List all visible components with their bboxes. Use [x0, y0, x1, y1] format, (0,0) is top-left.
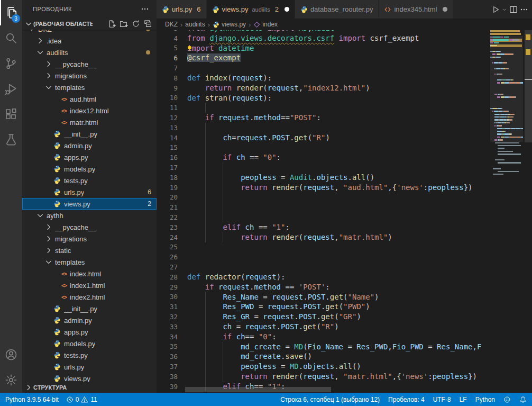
workspace-section-header[interactable]: (РАБОЧАЯ ОБЛАСТЬ) ... [22, 18, 157, 30]
status-language[interactable]: Python [475, 396, 495, 403]
breadcrumb-item-index[interactable]: index [253, 21, 278, 28]
python-interpreter[interactable]: Python 3.9.5 64-bit [5, 396, 59, 403]
code-line-37[interactable]: 37 peopless = MD.objects.all() [157, 362, 490, 372]
status-indentation[interactable]: Пробелов: 4 [388, 396, 425, 403]
more-icon[interactable] [519, 5, 529, 14]
activity-item-run-debug[interactable] [0, 76, 22, 102]
tree-item-aythh[interactable]: aythh [22, 210, 157, 221]
activity-item-account[interactable] [0, 342, 22, 367]
tree-item-admin.py[interactable]: admin.py [22, 140, 157, 151]
tree-item-admin.py[interactable]: admin.py [22, 314, 157, 326]
code-line-27[interactable]: 27 [157, 262, 490, 272]
code-line-6[interactable]: 6@csrf_exempt [157, 53, 490, 63]
code-line-25[interactable]: 25 [157, 242, 490, 252]
problems-indicator[interactable]: 0 11 [66, 396, 97, 403]
tree-item-.idea[interactable]: .idea [22, 35, 157, 47]
tree-item-index12.html[interactable]: <>index12.html [22, 105, 157, 116]
outline-section-header[interactable]: СТРУКТУРА [22, 382, 157, 393]
tree-item-apps.py[interactable]: apps.py [22, 151, 157, 163]
tree-item-urls.py[interactable]: urls.py [22, 361, 157, 373]
code-line-5[interactable]: 5import datetime [157, 43, 490, 53]
code-line-10[interactable]: 10def stran(request): [157, 93, 490, 103]
tree-item-__init__.py[interactable]: __init__.py [22, 303, 157, 314]
breadcrumb-item-views.py[interactable]: views.py [213, 21, 246, 28]
tree-item-__pycache__[interactable]: __pycache__ [22, 58, 157, 70]
code-line-13[interactable]: 13 [157, 123, 490, 133]
code-line-16[interactable]: 16 if ch == "0": [157, 152, 490, 163]
code-line-30[interactable]: 30 Res_Name = request.POST.get("Name") [157, 292, 490, 302]
status-eol[interactable]: LF [460, 396, 467, 403]
lightbulb-icon[interactable] [186, 44, 193, 52]
tab-views.py[interactable]: views.pyaudiiits2 [207, 0, 295, 19]
activity-item-settings[interactable] [0, 367, 22, 393]
activity-item-search[interactable] [0, 25, 22, 51]
status-bell[interactable] [519, 396, 527, 403]
activity-item-source-control[interactable] [0, 51, 22, 76]
code-line-35[interactable]: 35 md_create = MD(Fio_Name = Res_PWD,Fio… [157, 342, 490, 352]
code-line-20[interactable]: 20 [157, 193, 490, 203]
activity-item-testing[interactable] [0, 127, 22, 152]
minimap[interactable] [490, 30, 523, 393]
new-file-icon[interactable] [107, 20, 116, 28]
code-line-14[interactable]: 14 ch=request.POST.get("R") [157, 133, 490, 143]
collapse-all-icon[interactable] [144, 20, 152, 28]
horizontal-scrollbar-thumb[interactable] [185, 387, 331, 392]
tree-item-__init__.py[interactable]: __init__.py [22, 128, 157, 140]
refresh-icon[interactable] [132, 20, 140, 28]
code-line-38[interactable]: 38 return render(request, "matr.html",{'… [157, 372, 490, 382]
status-feedback[interactable] [503, 396, 511, 403]
tree-item-views.py[interactable]: views.py [22, 373, 157, 382]
status-selection[interactable]: Строка 6, столбец 1 (выбрано 12) [280, 396, 380, 403]
dirty-indicator[interactable] [285, 7, 289, 12]
tree-item-models.py[interactable]: models.py [22, 338, 157, 349]
code-line-18[interactable]: 18 peopless = Audit.objects.all() [157, 173, 490, 183]
code-line-21[interactable]: 21 [157, 202, 490, 212]
split-editor-icon[interactable] [509, 5, 518, 14]
tree-item-apps.py[interactable]: apps.py [22, 326, 157, 338]
breadcrumb-item-DKZ[interactable]: DKZ [165, 21, 178, 28]
dirty-indicator[interactable] [443, 7, 447, 12]
tree-item-audiiits[interactable]: audiiits [22, 47, 157, 58]
code-line-24[interactable]: 24 return render(request,"matr.html") [157, 232, 490, 242]
tab-index345.html[interactable]: index345.html [379, 0, 453, 19]
code-line-19[interactable]: 19 return render(request, "aud.html",{'n… [157, 183, 490, 193]
tree-item-static[interactable]: static [22, 245, 157, 256]
tree-item-index1.html[interactable]: <>index1.html [22, 279, 157, 291]
vertical-scrollbar-thumb[interactable] [525, 30, 532, 142]
tree-item-tests.py[interactable]: tests.py [22, 175, 157, 186]
code-line-29[interactable]: 29 if request.method == 'POST': [157, 282, 490, 292]
code-line-26[interactable]: 26 [157, 252, 490, 262]
tree-item-index.html[interactable]: <>index.html [22, 268, 157, 279]
tree-item-migrations[interactable]: migrations [22, 70, 157, 82]
code-line-22[interactable]: 22 [157, 212, 490, 222]
tree-item-templates[interactable]: templates [22, 256, 157, 268]
run-icon[interactable] [491, 5, 500, 14]
tree-item-models.py[interactable]: models.py [22, 163, 157, 175]
status-encoding[interactable]: UTF-8 [433, 396, 451, 403]
tree-item-aud.html[interactable]: <>aud.html [22, 93, 157, 105]
tab-database_roouter.py[interactable]: database_roouter.py [295, 0, 379, 19]
tree-item-tests.py[interactable]: tests.py [22, 349, 157, 361]
code-line-8[interactable]: 8def index(request): [157, 73, 490, 83]
code-line-33[interactable]: 33 ch = request.POST.get("R") [157, 322, 490, 332]
horizontal-scrollbar[interactable] [157, 386, 490, 393]
code-line-15[interactable]: 15 [157, 143, 490, 153]
code-line-9[interactable]: 9 return render(request,"index12.html") [157, 83, 490, 93]
code-line-34[interactable]: 34 if ch== "0": [157, 332, 490, 342]
code-line-36[interactable]: 36 md_create.save() [157, 351, 490, 362]
tree-item-migrations[interactable]: migrations [22, 233, 157, 245]
editor-viewport[interactable]: 3from aythh.models import MD,Audit4from … [157, 30, 532, 393]
tree-item-DKZ[interactable]: DKZ [22, 30, 157, 35]
code-line-23[interactable]: 23 elif ch == "1": [157, 222, 490, 232]
code-line-17[interactable]: 17 [157, 163, 490, 173]
code-line-11[interactable]: 11 [157, 103, 490, 113]
code-line-12[interactable]: 12 if request.method=="POST": [157, 113, 490, 123]
tab-urls.py[interactable]: urls.py6 [157, 0, 207, 19]
tree-item-matr.html[interactable]: <>matr.html [22, 116, 157, 128]
breadcrumb-item-audiiits[interactable]: audiiits [185, 21, 205, 28]
code-line-31[interactable]: 31 Res_PWD = request.POST.get("PWD") [157, 302, 490, 312]
code-line-4[interactable]: 4from django.views.decorators.csrf impor… [157, 33, 490, 43]
tree-item-index2.html[interactable]: <>index2.html [22, 291, 157, 303]
code-line-7[interactable]: 7 [157, 63, 490, 73]
tree-item-__pycache__[interactable]: __pycache__ [22, 221, 157, 233]
